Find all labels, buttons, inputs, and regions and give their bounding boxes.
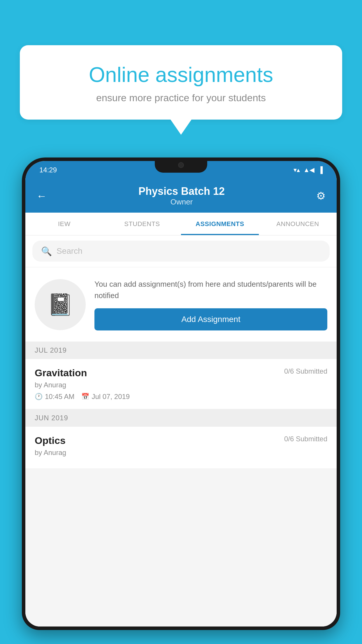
tab-iew[interactable]: IEW bbox=[25, 213, 103, 235]
assignment-gravitation-time-text: 10:45 AM bbox=[45, 393, 74, 401]
section-header-jun-label: JUN 2019 bbox=[35, 414, 68, 422]
back-button[interactable]: ← bbox=[36, 190, 47, 202]
battery-icon: ▐ bbox=[318, 166, 323, 174]
section-header-jun: JUN 2019 bbox=[25, 409, 337, 427]
tab-assignments[interactable]: ASSIGNMENTS bbox=[181, 213, 259, 235]
section-header-jul-label: JUL 2019 bbox=[35, 346, 67, 354]
search-placeholder: Search bbox=[57, 246, 82, 256]
tab-announcements-label: ANNOUNCEN bbox=[276, 220, 319, 228]
promo-card: 📓 You can add assignment(s) from here an… bbox=[25, 267, 337, 342]
wifi-icon: ▾▴ bbox=[294, 166, 300, 174]
screen-full: 14:29 ▾▴ ▲◀ ▐ ← Physics Batch 12 Owner ⚙ bbox=[25, 161, 337, 626]
phone-container: 14:29 ▾▴ ▲◀ ▐ ← Physics Batch 12 Owner ⚙ bbox=[22, 158, 340, 644]
notebook-icon: 📓 bbox=[47, 292, 73, 317]
promo-text: You can add assignment(s) from here and … bbox=[94, 279, 327, 301]
speech-bubble-container: Online assignments ensure more practice … bbox=[20, 45, 342, 120]
assignment-gravitation-date: 📅 Jul 07, 2019 bbox=[81, 393, 130, 401]
tab-announcements[interactable]: ANNOUNCEN bbox=[259, 213, 337, 235]
assignment-gravitation-by: by Anurag bbox=[35, 381, 327, 389]
section-header-jul: JUL 2019 bbox=[25, 342, 337, 359]
tab-assignments-label: ASSIGNMENTS bbox=[196, 220, 244, 228]
assignment-gravitation-date-text: Jul 07, 2019 bbox=[92, 393, 130, 401]
speech-bubble: Online assignments ensure more practice … bbox=[20, 45, 342, 120]
status-time: 14:29 bbox=[39, 166, 57, 174]
settings-icon[interactable]: ⚙ bbox=[316, 190, 326, 202]
tab-students[interactable]: STUDENTS bbox=[103, 213, 181, 235]
assignment-optics[interactable]: Optics 0/6 Submitted by Anurag bbox=[25, 427, 337, 469]
clock-icon: 🕐 bbox=[35, 393, 43, 400]
assignment-gravitation-meta: 🕐 10:45 AM 📅 Jul 07, 2019 bbox=[35, 393, 327, 401]
bubble-title: Online assignments bbox=[40, 63, 322, 87]
assignment-optics-submitted: 0/6 Submitted bbox=[284, 435, 327, 443]
assignment-optics-by: by Anurag bbox=[35, 449, 327, 457]
app-header: ← Physics Batch 12 Owner ⚙ bbox=[25, 179, 337, 213]
assignment-gravitation-top: Gravitation 0/6 Submitted bbox=[35, 367, 327, 379]
header-subtitle: Owner bbox=[138, 197, 225, 206]
calendar-icon: 📅 bbox=[81, 393, 89, 400]
header-center: Physics Batch 12 Owner bbox=[138, 185, 225, 206]
signal-icon: ▲◀ bbox=[303, 166, 315, 174]
search-bar[interactable]: 🔍 Search bbox=[32, 241, 330, 262]
assignment-gravitation-submitted: 0/6 Submitted bbox=[284, 367, 327, 375]
add-assignment-button[interactable]: Add Assignment bbox=[94, 308, 327, 330]
tab-bar: IEW STUDENTS ASSIGNMENTS ANNOUNCEN bbox=[25, 213, 337, 235]
search-container: 🔍 Search bbox=[25, 235, 337, 267]
screen: 14:29 ▾▴ ▲◀ ▐ ← Physics Batch 12 Owner ⚙ bbox=[25, 161, 337, 626]
assignment-optics-title: Optics bbox=[35, 435, 66, 446]
assignment-gravitation-time: 🕐 10:45 AM bbox=[35, 393, 74, 401]
status-icons: ▾▴ ▲◀ ▐ bbox=[294, 166, 323, 174]
tab-iew-label: IEW bbox=[58, 220, 71, 228]
phone-notch bbox=[155, 161, 207, 173]
promo-icon-circle: 📓 bbox=[35, 279, 86, 330]
bubble-subtitle: ensure more practice for your students bbox=[40, 92, 322, 104]
promo-content: You can add assignment(s) from here and … bbox=[94, 279, 327, 330]
screen-content: 🔍 Search 📓 You can add assignment(s) fro… bbox=[25, 235, 337, 626]
camera bbox=[178, 162, 184, 168]
tab-students-label: STUDENTS bbox=[124, 220, 160, 228]
phone-frame: 14:29 ▾▴ ▲◀ ▐ ← Physics Batch 12 Owner ⚙ bbox=[22, 158, 340, 630]
assignment-gravitation[interactable]: Gravitation 0/6 Submitted by Anurag 🕐 10… bbox=[25, 359, 337, 409]
assignment-optics-top: Optics 0/6 Submitted bbox=[35, 435, 327, 446]
assignment-gravitation-title: Gravitation bbox=[35, 367, 87, 379]
header-title: Physics Batch 12 bbox=[138, 185, 225, 197]
search-icon: 🔍 bbox=[41, 246, 52, 256]
